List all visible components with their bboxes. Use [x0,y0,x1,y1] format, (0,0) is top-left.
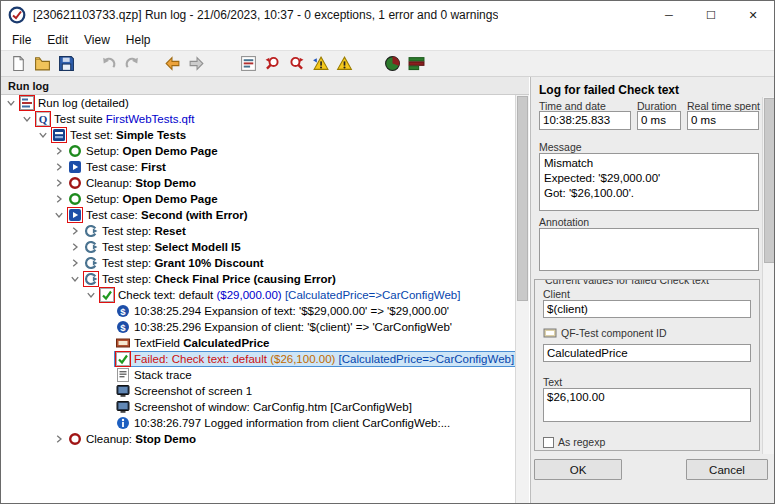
minimize-button[interactable]: ─ [648,1,690,29]
as-regexp-checkbox[interactable] [543,437,554,448]
result-pie-icon [384,55,401,72]
ok-button[interactable]: OK [534,459,622,480]
tree-scrollbar-thumb[interactable] [517,96,528,301]
tree-row[interactable]: Stack trace [1,367,515,383]
annotation-box[interactable] [539,228,759,271]
text-field[interactable]: $26,100.00 [543,388,751,422]
tree-row-content[interactable]: Test set: Simple Tests [50,127,190,143]
menu-edit[interactable]: Edit [39,31,76,49]
tree-row[interactable]: Cleanup: Stop Demo [1,175,515,191]
tree-row-content[interactable]: Test step: Grant 10% Discount [82,255,268,271]
prev-warning-button[interactable] [308,52,332,75]
save-file-button[interactable] [54,52,78,75]
run-log-view-button[interactable] [236,52,260,75]
expander-closed-icon[interactable] [52,177,66,189]
tree-row[interactable]: QTest suite FirstWebTests.qft [1,111,515,127]
tree-row-content[interactable]: Check text: default ($29,000.00) [Calcul… [98,287,464,303]
expander-closed-icon[interactable] [52,161,66,173]
tree-row-content[interactable]: Stack trace [114,367,196,383]
tree-row-content[interactable]: Screenshot of window: CarConfig.htm [Car… [114,399,416,415]
tree-row[interactable]: Test case: First [1,159,515,175]
next-warning-button[interactable] [332,52,356,75]
minimize-icon: ─ [665,9,673,21]
find-next-error-button[interactable] [284,52,308,75]
expander-open-icon[interactable] [4,97,18,109]
tree-row[interactable]: Test step: Reset [1,223,515,239]
menu-view[interactable]: View [76,31,118,49]
expander-open-icon[interactable] [36,129,50,141]
tree-row-content[interactable]: Cleanup: Stop Demo [66,175,200,191]
tree-row[interactable]: Failed: Check text: default ($26,100.00)… [1,351,515,367]
tree-row-content[interactable]: Test step: Reset [82,223,190,239]
menu-file[interactable]: File [4,31,39,49]
detail-scrollbar-thumb[interactable] [764,98,775,263]
forward-button[interactable] [184,52,208,75]
expander-closed-icon[interactable] [68,225,82,237]
tree-row[interactable]: Setup: Open Demo Page [1,191,515,207]
tree-row-label: Test suite FirstWebTests.qft [54,113,194,125]
tree-row-content[interactable]: 10:38:26.797 Logged information from cli… [114,415,454,431]
tree-row[interactable]: $10:38:25.296 Expansion of client: '$(cl… [1,319,515,335]
expander-closed-icon[interactable] [68,241,82,253]
tree-row[interactable]: Test set: Simple Tests [1,127,515,143]
menu-help[interactable]: Help [118,31,159,49]
undo-button[interactable] [96,52,120,75]
find-prev-error-button[interactable] [260,52,284,75]
tree-row[interactable]: Test step: Check Final Price (causing Er… [1,271,515,287]
tree-row[interactable]: 10:38:26.797 Logged information from cli… [1,415,515,431]
client-field[interactable]: $(client) [543,300,751,318]
detail-vertical-scrollbar[interactable] [762,97,775,454]
tree-row-label: 10:38:25.296 Expansion of client: '$(cli… [134,321,452,333]
cancel-button[interactable]: Cancel [686,459,768,480]
tree-row[interactable]: Test step: Select Modell I5 [1,239,515,255]
result-pie-button[interactable] [380,52,404,75]
tree-row-content[interactable]: Screenshot of screen 1 [114,383,256,399]
open-file-button[interactable] [30,52,54,75]
tree-row-content[interactable]: Test step: Check Final Price (causing Er… [82,271,340,287]
tree-row[interactable]: Test case: Second (with Error) [1,207,515,223]
tree-row[interactable]: Run log (detailed) [1,95,515,111]
expander-closed-icon[interactable] [68,257,82,269]
message-box[interactable]: Mismatch Expected: '$29,000.00' Got: '$2… [539,153,759,211]
tree-row[interactable]: Setup: Open Demo Page [1,143,515,159]
tree-row-content[interactable]: QTest suite FirstWebTests.qft [34,111,198,127]
tree-row-content[interactable]: Run log (detailed) [18,95,133,111]
expander-closed-icon[interactable] [52,433,66,445]
expander-open-icon[interactable] [52,209,66,221]
tree-row-selected-content[interactable]: Failed: Check text: default ($26,100.00)… [114,351,515,367]
component-id-field[interactable]: CalculatedPrice [543,344,751,362]
tree-row-content[interactable]: TextField CalculatedPrice [114,335,274,351]
expander-open-icon[interactable] [20,113,34,125]
duration-field[interactable]: 0 ms [637,111,681,130]
tree-vertical-scrollbar[interactable] [515,95,529,503]
tree-row-content[interactable]: Test step: Select Modell I5 [82,239,245,255]
result-bars-button[interactable] [404,52,428,75]
tree-row-content[interactable]: $10:38:25.294 Expansion of text: '$$29,0… [114,303,453,319]
redo-button[interactable] [120,52,144,75]
tree-row-content[interactable]: $10:38:25.296 Expansion of client: '$(cl… [114,319,456,335]
tree-row[interactable]: $10:38:25.294 Expansion of text: '$$29,0… [1,303,515,319]
tree-row-content[interactable]: Cleanup: Stop Demo [66,431,200,447]
expander-closed-icon[interactable] [52,193,66,205]
tree-row[interactable]: Cleanup: Stop Demo [1,431,515,447]
tree-row[interactable]: Screenshot of window: CarConfig.htm [Car… [1,399,515,415]
back-button[interactable] [160,52,184,75]
tree-row-content[interactable]: Test case: First [66,159,170,175]
tree-row[interactable]: Check text: default ($29,000.00) [Calcul… [1,287,515,303]
check-icon [116,352,130,366]
expander-closed-icon[interactable] [52,145,66,157]
tree-row-content[interactable]: Test case: Second (with Error) [66,207,252,223]
real-time-spent-field[interactable]: 0 ms [687,111,759,130]
new-file-button[interactable] [6,52,30,75]
tree-row[interactable]: Test step: Grant 10% Discount [1,255,515,271]
maximize-button[interactable]: ☐ [690,1,732,29]
expander-open-icon[interactable] [68,273,82,285]
tree-row[interactable]: TextField CalculatedPrice [1,335,515,351]
find-prev-error-icon [264,55,281,72]
tree-row[interactable]: Screenshot of screen 1 [1,383,515,399]
close-button[interactable]: ✕ [732,1,774,29]
time-and-date-field[interactable]: 10:38:25.833 [539,111,631,130]
tree-row-content[interactable]: Setup: Open Demo Page [66,191,222,207]
expander-open-icon[interactable] [84,289,98,301]
tree-row-content[interactable]: Setup: Open Demo Page [66,143,222,159]
